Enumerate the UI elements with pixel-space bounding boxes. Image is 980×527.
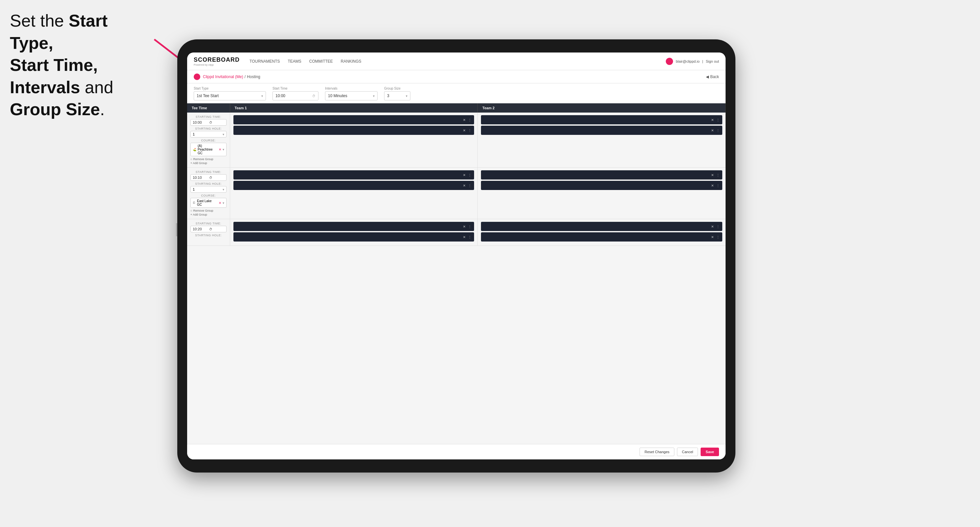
nav-tournaments[interactable]: TOURNAMENTS	[250, 58, 280, 65]
course-tag-2: 🗓 East Lake GC ✕ ▾	[191, 198, 226, 208]
instruction-text: Set the Start Type, Start Time, Interval…	[10, 10, 148, 121]
add-group-btn-2[interactable]: + Add Group	[191, 213, 226, 216]
player-dots-icon[interactable]: ⋮	[468, 118, 471, 122]
player-x-icon[interactable]: ✕	[711, 184, 714, 187]
nav-separator: |	[702, 59, 703, 63]
remove-group-btn-2[interactable]: ○ Remove Group	[191, 209, 226, 212]
intervals-field: Intervals 10 Minutes ▾	[325, 87, 377, 100]
starting-hole-select-1[interactable]: 1 ▾	[191, 131, 226, 138]
cancel-button[interactable]: Cancel	[677, 448, 698, 456]
starting-time-input-3[interactable]: 10:20 ⏱	[191, 226, 226, 232]
table-row: STARTING TIME: 10:10 ⏱ STARTING HOLE: 1 …	[187, 168, 725, 219]
player-x-icon[interactable]: ✕	[463, 235, 466, 239]
player-x-icon[interactable]: ✕	[711, 235, 714, 239]
nav-committee[interactable]: COMMITTEE	[309, 58, 333, 65]
player-row: ✕ ⋮	[234, 170, 474, 179]
starting-time-label-3: STARTING TIME:	[191, 222, 226, 225]
team2-cell-1: ✕ ⋮ ✕ ⋮	[478, 113, 725, 168]
start-type-label: Start Type	[194, 87, 266, 90]
save-button[interactable]: Save	[701, 448, 719, 456]
player-dots-icon[interactable]: ⋮	[468, 129, 471, 132]
sign-out-link[interactable]: Sign out	[706, 59, 719, 63]
player-dots-icon[interactable]: ⋮	[468, 173, 471, 177]
player-x-icon[interactable]: ✕	[711, 173, 714, 177]
player-dots-icon[interactable]: ⋮	[468, 235, 471, 239]
bold-group-size: Group Size	[10, 100, 100, 119]
course-expand-2[interactable]: ▾	[223, 201, 224, 205]
player-dots-icon[interactable]: ⋮	[716, 173, 720, 177]
starting-hole-label-1: STARTING HOLE:	[191, 127, 226, 130]
start-time-select[interactable]: 10:00 ⏱	[272, 91, 318, 100]
starting-hole-value-2: 1	[193, 187, 195, 191]
user-avatar	[666, 58, 673, 65]
player-row: ✕ ⋮	[481, 115, 722, 124]
tee-actions-1: ○ Remove Group + Add Group	[191, 157, 226, 165]
player-dots-icon[interactable]: ⋮	[716, 129, 720, 132]
schedule-table: Tee Time Team 1 Team 2 STARTING TIME: 10…	[187, 103, 725, 246]
starting-time-label-2: STARTING TIME:	[191, 170, 226, 174]
player-x-icon[interactable]: ✕	[463, 118, 466, 122]
intervals-value: 10 Minutes	[328, 94, 347, 98]
group-size-select[interactable]: 3 ▾	[384, 91, 410, 100]
course-label-2: COURSE:	[191, 194, 226, 197]
starting-hole-select-2[interactable]: 1 ▾	[191, 186, 226, 193]
starting-time-input-2[interactable]: 10:10 ⏱	[191, 174, 226, 181]
player-x-icon[interactable]: ✕	[711, 225, 714, 229]
remove-group-label-1: Remove Group	[193, 157, 213, 161]
starting-time-input-1[interactable]: 10:00 ⏱	[191, 119, 226, 126]
player-row: ✕ ⋮	[234, 115, 474, 124]
player-dots-icon[interactable]: ⋮	[716, 235, 720, 239]
logo-text: SCOREBOARD	[194, 56, 240, 63]
logo-area: SCOREBOARD Powered by clipp	[194, 56, 240, 66]
start-time-field: Start Time 10:00 ⏱	[272, 87, 318, 100]
player-row: ✕ ⋮	[234, 126, 474, 135]
player-x-icon[interactable]: ✕	[711, 118, 714, 122]
course-remove-1[interactable]: ✕	[219, 148, 221, 151]
starting-hole-value-1: 1	[193, 132, 195, 136]
player-x-icon[interactable]: ✕	[711, 129, 714, 132]
player-x-icon[interactable]: ✕	[463, 173, 466, 177]
nav-rankings[interactable]: RANKINGS	[341, 58, 361, 65]
reset-changes-button[interactable]: Reset Changes	[640, 448, 675, 456]
player-dots-icon[interactable]: ⋮	[716, 225, 720, 229]
nav-bar: SCOREBOARD Powered by clipp TOURNAMENTS …	[187, 52, 725, 70]
group-size-arrow: ▾	[406, 94, 407, 98]
col-team2: Team 2	[478, 103, 725, 113]
team2-cell-3: ✕ ⋮ ✕ ⋮	[478, 219, 725, 246]
group-size-field: Group Size 3 ▾	[384, 87, 410, 100]
start-type-value: 1st Tee Start	[197, 94, 219, 98]
nav-links: TOURNAMENTS TEAMS COMMITTEE RANKINGS	[250, 58, 666, 65]
breadcrumb-main[interactable]: Clippd Invitational (Me)	[203, 75, 243, 79]
course-remove-2[interactable]: ✕	[219, 201, 221, 205]
start-type-select[interactable]: 1st Tee Start ▾	[194, 91, 266, 100]
team2-cell-2: ✕ ⋮ ✕ ⋮	[478, 168, 725, 219]
breadcrumb: Clippd Invitational (Me) / Hosting	[203, 75, 706, 79]
player-x-icon[interactable]: ✕	[463, 129, 466, 132]
team1-cell-1: ✕ ⋮ ✕ ⋮	[230, 113, 478, 168]
player-x-icon[interactable]: ✕	[463, 184, 466, 187]
player-row: ✕ ⋮	[481, 232, 722, 241]
bold-intervals: Intervals	[10, 78, 80, 97]
course-expand-1[interactable]: ▾	[223, 148, 224, 151]
starting-hole-label-2: STARTING HOLE:	[191, 182, 226, 186]
clock-icon: ⏱	[312, 94, 315, 98]
player-dots-icon[interactable]: ⋮	[716, 118, 720, 122]
player-x-icon[interactable]: ✕	[463, 225, 466, 229]
back-link[interactable]: ◀ Back	[706, 75, 719, 79]
starting-time-value-2: 10:10	[193, 176, 208, 179]
nav-teams[interactable]: TEAMS	[288, 58, 301, 65]
add-group-btn-1[interactable]: + Add Group	[191, 162, 226, 165]
course-label-1: COURSE:	[191, 139, 226, 142]
player-dots-icon[interactable]: ⋮	[468, 225, 471, 229]
intervals-label: Intervals	[325, 87, 377, 90]
player-dots-icon[interactable]: ⋮	[716, 184, 720, 187]
settings-row: Start Type 1st Tee Start ▾ Start Time 10…	[187, 83, 725, 103]
tee-time-cell-1: STARTING TIME: 10:00 ⏱ STARTING HOLE: 1 …	[187, 113, 230, 168]
intervals-select[interactable]: 10 Minutes ▾	[325, 91, 377, 100]
remove-group-btn-1[interactable]: ○ Remove Group	[191, 157, 226, 161]
player-dots-icon[interactable]: ⋮	[468, 184, 471, 187]
starting-time-value-1: 10:00	[193, 121, 208, 124]
start-type-arrow: ▾	[261, 94, 263, 98]
sub-header: Clippd Invitational (Me) / Hosting ◀ Bac…	[187, 70, 725, 83]
table-row: STARTING TIME: 10:20 ⏱ STARTING HOLE: ✕ …	[187, 219, 725, 246]
